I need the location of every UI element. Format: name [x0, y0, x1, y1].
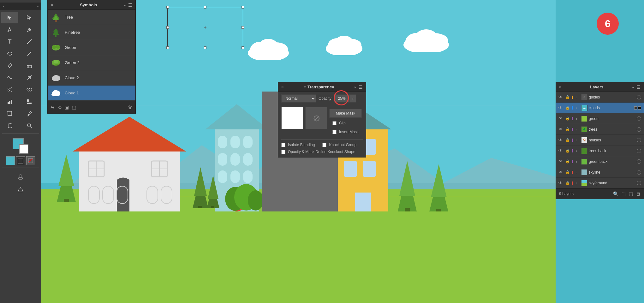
- layers-new-layer-icon[interactable]: ⬚: [622, 191, 626, 196]
- layer-eye-trees-back[interactable]: 👁: [558, 148, 564, 153]
- swatch-area[interactable]: [13, 138, 28, 154]
- none-swatch[interactable]: [26, 156, 35, 165]
- anchor-tool[interactable]: [21, 24, 38, 35]
- layer-circle-guides[interactable]: [637, 95, 641, 99]
- hand-tool[interactable]: [1, 120, 18, 131]
- symbols-close-icon[interactable]: ×: [51, 3, 53, 7]
- fill-swatch[interactable]: [6, 156, 15, 165]
- warp-tool[interactable]: [1, 72, 18, 83]
- toolbar-close-icon[interactable]: ×: [3, 4, 4, 8]
- layer-circle-houses[interactable]: [637, 138, 641, 142]
- symbol-item-pinetree[interactable]: Pinetree: [48, 25, 135, 40]
- stroke-swatch[interactable]: [16, 156, 25, 165]
- direct-select-tool[interactable]: [21, 12, 38, 23]
- ellipse-tool[interactable]: [1, 48, 18, 59]
- symbol-break-btn[interactable]: ⟲: [58, 105, 62, 110]
- layer-eye-houses[interactable]: 👁: [558, 138, 564, 142]
- layer-lock-guides[interactable]: 🔒: [565, 95, 570, 99]
- symbols-collapse-icon[interactable]: »: [124, 3, 126, 7]
- transparency-close-icon[interactable]: ×: [281, 85, 284, 89]
- layer-expand-trees[interactable]: ›: [576, 128, 580, 131]
- line-tool[interactable]: [21, 36, 38, 47]
- layers-options-icon[interactable]: ⬚: [629, 191, 633, 196]
- layer-eye-sky-ground[interactable]: 👁: [558, 181, 564, 185]
- invert-mask-checkbox[interactable]: [332, 130, 337, 134]
- clip-checkbox[interactable]: [332, 121, 337, 125]
- opacity-arrow-btn[interactable]: ›: [350, 94, 356, 103]
- pencil-tool[interactable]: [1, 60, 18, 71]
- layer-lock-clouds[interactable]: 🔒: [565, 106, 570, 110]
- layer-item-green[interactable]: 👁 🔒 › green: [556, 113, 644, 124]
- layer-lock-houses[interactable]: 🔒: [565, 138, 570, 142]
- transparency-collapse-icon[interactable]: »: [354, 85, 356, 89]
- layer-item-guides[interactable]: 👁 🔒 › G guides: [556, 92, 644, 103]
- layer-circle-green-back[interactable]: [637, 159, 641, 164]
- layer-item-skyline[interactable]: 👁 🔒 › skyline: [556, 167, 644, 178]
- zoom-tool[interactable]: [21, 120, 38, 131]
- symbol-delete-btn[interactable]: 🗑: [128, 105, 132, 110]
- symbol-item-cloud1[interactable]: Cloud 1: [48, 86, 135, 101]
- column-graph-tool[interactable]: [21, 96, 38, 107]
- shape-builder-tool[interactable]: [21, 84, 38, 95]
- layer-item-green-back[interactable]: 👁 🔒 › green back: [556, 156, 644, 167]
- layer-circle-green[interactable]: [637, 116, 641, 121]
- layers-collapse-icon[interactable]: »: [632, 85, 634, 89]
- layer-circle-skyline[interactable]: [637, 170, 641, 175]
- layer-item-sky-ground[interactable]: 👁 🔒 › sky/ground: [556, 178, 644, 188]
- background-swatch[interactable]: [19, 144, 28, 154]
- layer-lock-trees[interactable]: 🔒: [565, 127, 570, 131]
- pen-tool[interactable]: [1, 24, 18, 35]
- layer-item-trees[interactable]: 👁 🔒 › 🌲 trees: [556, 124, 644, 135]
- layer-eye-green[interactable]: 👁: [558, 116, 564, 121]
- layer-lock-skyline[interactable]: 🔒: [565, 170, 570, 174]
- layer-circle-trees-back[interactable]: [637, 149, 641, 153]
- symbol-new-btn[interactable]: ⬚: [72, 105, 76, 110]
- layers-close-icon[interactable]: ×: [559, 85, 562, 89]
- layer-lock-green-back[interactable]: 🔒: [565, 159, 570, 163]
- layer-expand-green-back[interactable]: ›: [576, 160, 580, 163]
- eyedropper-tool[interactable]: [21, 108, 38, 119]
- layer-eye-guides[interactable]: 👁: [558, 95, 564, 99]
- symbol-sprayer-tool[interactable]: [12, 171, 29, 182]
- symbol-item-cloud2[interactable]: Cloud 2: [48, 70, 135, 86]
- artboard-tool[interactable]: [1, 108, 18, 119]
- symbol-item-tree[interactable]: Tree: [48, 10, 135, 25]
- layer-lock-trees-back[interactable]: 🔒: [565, 149, 570, 153]
- knockout-group-checkbox[interactable]: [322, 143, 326, 147]
- layer-expand-green[interactable]: ›: [576, 117, 580, 121]
- brush-tool[interactable]: [21, 48, 38, 59]
- transparency-menu-icon[interactable]: ☰: [359, 85, 363, 90]
- toolbar-collapse-icon[interactable]: »: [37, 4, 39, 8]
- layer-expand-guides[interactable]: ›: [576, 95, 580, 99]
- layer-eye-green-back[interactable]: 👁: [558, 159, 564, 164]
- symbol-item-green2[interactable]: Green 2: [48, 55, 135, 70]
- layer-lock-sky-ground[interactable]: 🔒: [565, 181, 570, 185]
- layer-circle-sky-ground[interactable]: [637, 181, 641, 185]
- opacity-mask-checkbox[interactable]: [281, 150, 285, 154]
- symbols-menu-icon[interactable]: ☰: [128, 3, 132, 8]
- select-tool[interactable]: [1, 12, 18, 23]
- layer-expand-trees-back[interactable]: ›: [576, 149, 580, 153]
- layer-lock-green[interactable]: 🔒: [565, 116, 570, 121]
- layer-item-trees-back[interactable]: 👁 🔒 › trees back: [556, 146, 644, 156]
- layer-eye-trees[interactable]: 👁: [558, 127, 564, 132]
- graph-tool[interactable]: [1, 96, 18, 107]
- layers-search-icon[interactable]: 🔍: [613, 191, 618, 196]
- isolate-blending-checkbox[interactable]: [281, 143, 285, 147]
- layer-eye-clouds[interactable]: 👁: [558, 105, 564, 110]
- layer-expand-clouds[interactable]: ›: [576, 106, 580, 110]
- scale-tool[interactable]: [21, 72, 38, 83]
- layers-delete-icon[interactable]: 🗑: [636, 191, 641, 196]
- eraser-tool[interactable]: [21, 60, 38, 71]
- layer-expand-houses[interactable]: ›: [576, 138, 580, 142]
- layer-eye-skyline[interactable]: 👁: [558, 170, 564, 175]
- layer-item-clouds[interactable]: 👁 🔒 › ☁ clouds: [556, 103, 644, 113]
- symbol-place-btn[interactable]: ↪: [51, 105, 55, 110]
- blend-mode-select[interactable]: Normal: [281, 94, 316, 103]
- layer-expand-skyline[interactable]: ›: [576, 170, 580, 174]
- layers-menu-icon[interactable]: ☰: [636, 85, 641, 90]
- layer-item-houses[interactable]: 👁 🔒 › 🏠 houses: [556, 135, 644, 146]
- perspective-tool[interactable]: [12, 184, 29, 195]
- layer-expand-sky-ground[interactable]: ›: [576, 181, 580, 185]
- scissors-tool[interactable]: [1, 84, 18, 95]
